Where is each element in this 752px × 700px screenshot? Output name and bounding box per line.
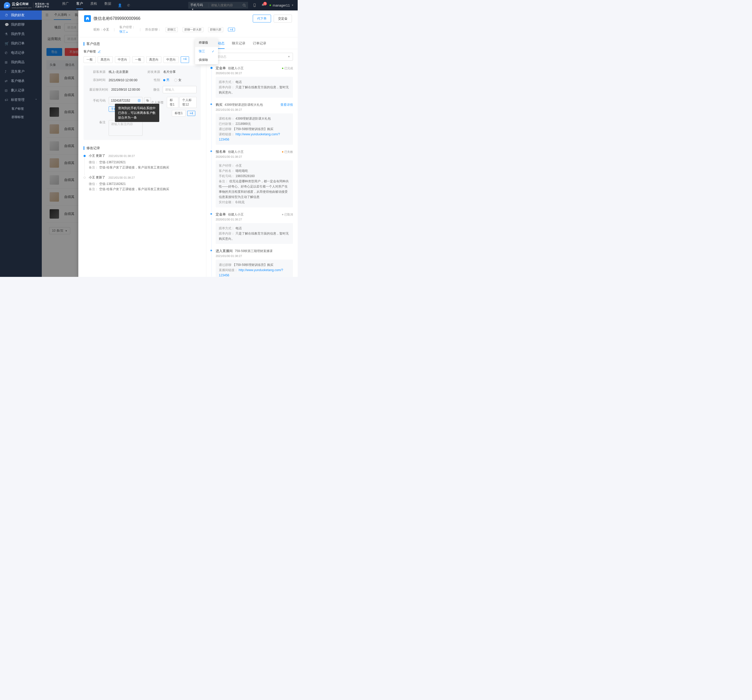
cart-icon: 🛒 <box>5 42 8 45</box>
svg-point-4 <box>139 100 140 101</box>
phone-input[interactable]: 13241672152 <box>109 97 143 104</box>
status-dot-icon <box>269 5 271 6</box>
personal-tag[interactable]: 个人标签12 <box>179 97 197 108</box>
customer-tag[interactable]: 一般 <box>132 56 144 63</box>
view-detail-link[interactable]: 查看详情 <box>280 103 293 107</box>
timeline-item: 进入直播间759-59班第三期理财直播课2021/01/30 01:38:27通… <box>211 249 293 277</box>
copy-button[interactable] <box>144 97 151 104</box>
sidebar-item-label: 删人记录 <box>11 88 25 93</box>
search-type-select[interactable]: 手机号码 ▼ <box>188 2 209 9</box>
sidebar: ⏱我的好友💬我的群聊⚗我的学员🛒我的订单✆电话记录⊞我的商品⤴流失客户⇄客户继承… <box>0 11 42 277</box>
notification-badge: 5 <box>263 2 267 5</box>
sidebar-item[interactable]: ⤴流失客户 <box>0 67 42 76</box>
tab-orders[interactable]: 订单记录 <box>253 41 266 49</box>
sidebar-item-label: 标签管理 <box>11 97 25 102</box>
user-menu[interactable]: manager11 ▼ <box>269 3 294 7</box>
nav-data[interactable]: 数据 <box>104 1 111 9</box>
nav-qc[interactable]: 质检 <box>90 1 97 9</box>
proxy-order-button[interactable]: 代下单 <box>253 15 271 22</box>
dynamics-filter-select[interactable]: 全部动态▼ <box>211 53 293 61</box>
nav-customer[interactable]: 客户 <box>76 1 83 9</box>
search-input[interactable] <box>209 2 240 9</box>
top-nav: 推广 客户 质检 数据 <box>62 1 111 9</box>
deposit-button[interactable]: 交定金 <box>273 15 292 22</box>
chevron-down-icon: ▼ <box>291 4 294 6</box>
delete-icon: ⊟ <box>5 89 8 92</box>
tab-chatlog[interactable]: 聊天记录 <box>232 41 245 49</box>
pencil-icon <box>98 50 101 53</box>
dd-option[interactable]: 俱保咏 <box>195 56 218 64</box>
group-chip[interactable]: 群聊三 <box>166 27 178 32</box>
right-panel: 客户动态 聊天记录 订单记录 全部动态▼ 定金单创建人小王已完成2020/01/… <box>206 37 298 277</box>
inherit-icon: ⇄ <box>5 79 8 83</box>
sidebar-item[interactable]: 🏷标签管理⌃ <box>0 95 42 104</box>
sidebar-subitem[interactable]: 客户标签 <box>0 104 42 113</box>
gender-male-radio[interactable]: 男 <box>163 78 169 82</box>
person-icon[interactable]: 👤 <box>118 3 122 7</box>
chat-icon: 💬 <box>5 23 8 26</box>
customer-tag[interactable]: 一般 <box>84 56 96 63</box>
phone-exists-tooltip: 查询到此手机号码在系统中已存在，可以将两条客户数据合并为一条 <box>115 104 159 122</box>
customer-tag[interactable]: 中意向 <box>115 56 130 63</box>
logo-url: www.yunduocrm.com <box>12 6 32 9</box>
timeline[interactable]: 定金单创建人小王已完成2020/01/30 01:38:27跟单方式：电话跟单内… <box>206 64 298 277</box>
sidebar-item-label: 流失客户 <box>11 69 25 74</box>
group-more[interactable]: +4 <box>228 28 235 31</box>
tag-icon: 🏷 <box>5 98 8 102</box>
logo[interactable]: ☁ 云朵CRM www.yunduocrm.com 教育机构一站式服务云平台 <box>4 2 49 8</box>
chevron-up-icon: ⌃ <box>35 98 37 101</box>
copy-icon <box>146 99 149 102</box>
clock-icon: ⏱ <box>5 13 8 17</box>
customer-tag[interactable]: 中意向 <box>163 56 179 63</box>
group-chip[interactable]: 群聊一群大群 <box>183 27 204 32</box>
history-item: 小王 更新了2021/01/30 01:38:27微信：空值-136721828… <box>84 175 201 192</box>
timeline-item: 报名单创建人小王已失败2020/01/30 01:38:27客户经理：小王客户姓… <box>211 149 293 207</box>
sidebar-item[interactable]: ⇄客户继承 <box>0 76 42 86</box>
personal-tag[interactable]: 标签1 <box>167 97 178 108</box>
sidebar-item[interactable]: 💬我的群聊 <box>0 20 42 29</box>
personal-tag-more[interactable]: +4 <box>187 111 196 116</box>
timeline-item: 购买4399理财课进阶课程大礼包查看详情2021/01/30 01:38:27课… <box>211 103 293 145</box>
wechat-input[interactable] <box>163 86 197 93</box>
status-badge: 已失败 <box>282 150 293 154</box>
sidebar-item-label: 客户继承 <box>11 79 25 83</box>
search-box: 手机号码 ▼ <box>188 2 248 9</box>
sidebar-item[interactable]: ✆电话记录 <box>0 48 42 58</box>
contacts-icon[interactable] <box>138 99 141 102</box>
gender-female-radio[interactable]: 女 <box>174 78 182 82</box>
timeline-dot-icon <box>210 67 213 69</box>
sidebar-item[interactable]: 🛒我的订单 <box>0 39 42 48</box>
sidebar-item[interactable]: ⏱我的好友 <box>0 11 42 20</box>
chevron-down-icon: ▼ <box>288 55 290 58</box>
timeline-dot-icon <box>210 103 212 105</box>
sidebar-item[interactable]: ⚗我的学员 <box>0 29 42 39</box>
dd-option[interactable]: 张三✓ <box>195 47 218 56</box>
timeline-dot-icon <box>210 213 212 215</box>
manager-dropdown-trigger[interactable]: 客户经理：张三▴ <box>119 25 135 34</box>
goods-icon: ⊞ <box>5 60 8 64</box>
personal-tag[interactable]: 标签1 <box>172 110 186 117</box>
svg-point-0 <box>243 4 245 6</box>
section-history: 修改记录 <box>86 146 100 151</box>
bell-icon[interactable]: 5 <box>261 3 265 7</box>
search-button[interactable] <box>240 2 248 9</box>
remark-textarea[interactable]: 请输入备注内容 <box>109 120 143 136</box>
sidebar-item[interactable]: ⊟删人记录 <box>0 86 42 95</box>
group-chip[interactable]: 群聊六群 <box>208 27 223 32</box>
tag-more[interactable]: +4 <box>181 56 189 63</box>
sidebar-item[interactable]: ⊞我的商品 <box>0 58 42 67</box>
timeline-item: 定金单创建人小王已完成2020/01/30 01:38:27跟单方式：电话跟单内… <box>211 66 293 98</box>
sidebar-subitem[interactable]: 群聊标签 <box>0 113 42 121</box>
status-badge: 已取消 <box>282 213 293 216</box>
topbar: ☁ 云朵CRM www.yunduocrm.com 教育机构一站式服务云平台 推… <box>0 0 298 11</box>
customer-tag[interactable]: 高意向 <box>146 56 162 63</box>
timeline-dot-icon <box>210 151 212 152</box>
timeline-dot-icon <box>210 250 212 251</box>
phone-icon[interactable]: ✆ <box>127 3 130 7</box>
drawer-title: 微信名称6789990000966 <box>93 16 140 22</box>
mobile-icon[interactable] <box>253 3 256 7</box>
edit-tags-button[interactable] <box>98 50 101 53</box>
customer-tag[interactable]: 高意向 <box>98 56 113 63</box>
nav-promo[interactable]: 推广 <box>62 1 69 9</box>
dd-option[interactable]: 师馨薇 <box>195 38 218 47</box>
